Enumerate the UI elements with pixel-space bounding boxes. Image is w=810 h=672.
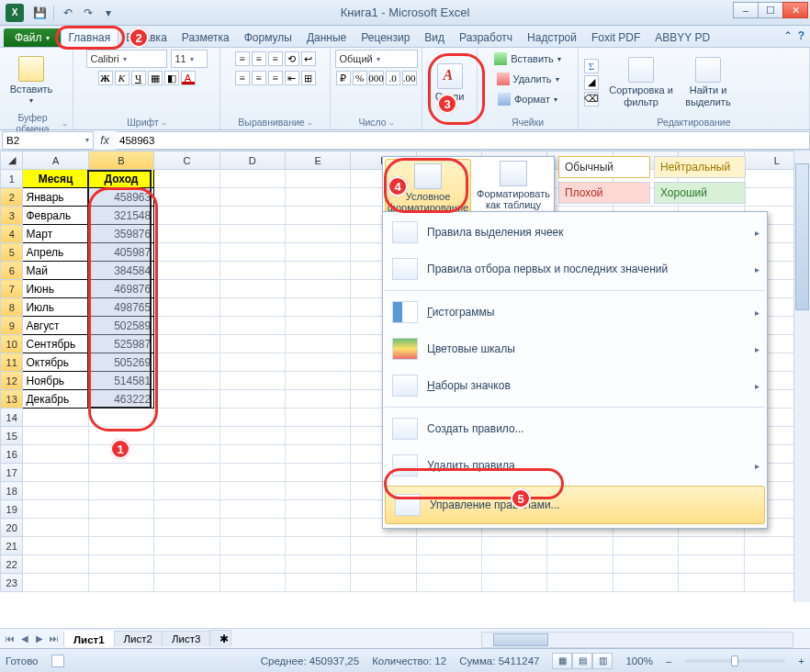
zoom-slider[interactable] xyxy=(684,659,785,663)
cf-highlight-rules[interactable]: Правила выделения ячеек xyxy=(383,214,767,251)
sort-filter-button[interactable]: Сортировка и фильтр xyxy=(608,52,674,113)
tab-addins[interactable]: Надстрой xyxy=(520,28,584,47)
currency-icon[interactable]: ₽ xyxy=(336,71,351,85)
tab-formulas[interactable]: Формулы xyxy=(237,28,299,47)
zoom-in-button[interactable]: + xyxy=(798,655,804,666)
cell-income[interactable]: 384584 xyxy=(88,262,153,280)
view-pagebreak-icon[interactable]: ▥ xyxy=(592,653,613,669)
font-name-combo[interactable]: Calibri▾ xyxy=(86,50,167,68)
undo-icon[interactable]: ↶ xyxy=(60,5,76,21)
cell-month[interactable]: Январь xyxy=(23,188,88,207)
sheet-nav-arrows[interactable]: ⏮◀▶⏭ xyxy=(0,633,64,644)
maximize-button[interactable]: ☐ xyxy=(758,2,783,18)
fx-icon[interactable]: fx xyxy=(94,134,116,147)
horizontal-scrollbar[interactable] xyxy=(481,632,793,648)
redo-icon[interactable]: ↷ xyxy=(80,5,96,21)
tab-data[interactable]: Данные xyxy=(299,28,354,47)
cell-styles-gallery[interactable]: Обычный Плохой Нейтральный Хороший xyxy=(558,156,746,204)
sheet-tab-2[interactable]: Лист2 xyxy=(114,631,163,646)
clear-icon[interactable]: ⌫ xyxy=(584,92,599,106)
col-header[interactable]: D xyxy=(219,151,285,170)
inc-decimal-icon[interactable]: .0 xyxy=(386,71,400,85)
cf-data-bars[interactable]: Гистограммы xyxy=(383,294,767,330)
cell-income[interactable]: 405987 xyxy=(88,243,153,262)
col-header-b[interactable]: B xyxy=(88,151,153,170)
save-icon[interactable]: 💾 xyxy=(31,5,48,21)
tab-layout[interactable]: Разметка xyxy=(174,28,237,47)
cell-month[interactable]: Октябрь xyxy=(23,353,88,372)
cell-month[interactable]: Апрель xyxy=(23,243,88,262)
font-color-button[interactable]: A xyxy=(181,71,196,85)
cf-clear-rules[interactable]: Удалить правила xyxy=(383,447,767,484)
font-size-combo[interactable]: 11▾ xyxy=(171,50,208,68)
cf-icon-sets[interactable]: Наборы значков xyxy=(383,367,767,404)
header-month[interactable]: Месяц xyxy=(23,170,88,188)
zoom-out-button[interactable]: – xyxy=(666,655,671,666)
fill-color-button[interactable]: ◧ xyxy=(164,71,179,85)
cell-month[interactable]: Декабрь xyxy=(23,390,88,409)
cell-income[interactable]: 463222 xyxy=(88,390,153,409)
insert-cells-button[interactable]: Вставить ▾ xyxy=(494,50,561,68)
italic-button[interactable]: К xyxy=(115,71,129,85)
paste-button[interactable]: Вставить▾ xyxy=(6,50,57,110)
align-mid-icon[interactable]: ≡ xyxy=(252,51,266,66)
minimize-button[interactable]: – xyxy=(733,2,759,18)
tab-view[interactable]: Вид xyxy=(417,28,452,47)
help-icon[interactable]: ? xyxy=(798,29,804,42)
number-format-combo[interactable]: Общий▾ xyxy=(335,50,418,68)
close-button[interactable]: ✕ xyxy=(782,2,808,18)
ribbon-minimize-icon[interactable]: ⌃ xyxy=(783,29,793,42)
wrap-text-icon[interactable]: ↩ xyxy=(301,51,316,66)
view-buttons[interactable]: ▦▤▥ xyxy=(552,653,613,669)
cell-month[interactable]: Март xyxy=(23,225,88,243)
name-box[interactable]: B2▾ xyxy=(2,131,94,150)
view-layout-icon[interactable]: ▤ xyxy=(572,653,592,669)
cell-income[interactable]: 458963 xyxy=(88,188,153,207)
cell-income[interactable]: 514581 xyxy=(88,372,153,390)
align-right-icon[interactable]: ≡ xyxy=(268,71,283,85)
autosum-icon[interactable]: Σ xyxy=(584,59,599,73)
cf-manage-rules[interactable]: Управление правилами... xyxy=(385,486,765,524)
style-bad[interactable]: Плохой xyxy=(558,182,650,204)
merge-icon[interactable]: ⊞ xyxy=(301,71,316,85)
align-left-icon[interactable]: ≡ xyxy=(235,71,250,85)
sheet-tab-new[interactable]: ✱ xyxy=(209,630,231,647)
cell-month[interactable]: Июнь xyxy=(23,280,88,298)
indent-dec-icon[interactable]: ⇤ xyxy=(285,71,299,85)
align-top-icon[interactable]: ≡ xyxy=(235,51,250,66)
tab-abbyy[interactable]: ABBYY PD xyxy=(647,28,717,47)
cf-top-bottom-rules[interactable]: Правила отбора первых и последних значен… xyxy=(383,251,767,287)
style-neutral[interactable]: Нейтральный xyxy=(654,156,746,178)
col-header[interactable]: C xyxy=(154,151,219,170)
cell-month[interactable]: Ноябрь xyxy=(23,372,88,390)
view-normal-icon[interactable]: ▦ xyxy=(552,653,572,669)
cell-income[interactable]: 505269 xyxy=(88,353,153,372)
cell-income[interactable]: 525987 xyxy=(88,335,153,353)
cell-income[interactable]: 359876 xyxy=(88,225,153,243)
tab-foxit[interactable]: Foxit PDF xyxy=(584,28,647,47)
orientation-icon[interactable]: ⟲ xyxy=(285,51,299,66)
bold-button[interactable]: Ж xyxy=(98,71,113,85)
formula-input[interactable]: 458963 xyxy=(116,131,810,150)
cf-new-rule[interactable]: Создать правило... xyxy=(383,410,767,447)
table-row[interactable]: 21 xyxy=(1,537,810,555)
col-header-a[interactable]: A xyxy=(23,151,88,170)
cell-income[interactable]: 498765 xyxy=(88,298,153,317)
format-cells-button[interactable]: Формат ▾ xyxy=(498,90,557,108)
underline-button[interactable]: Ч xyxy=(131,71,146,85)
cell-income[interactable]: 502589 xyxy=(88,317,153,335)
vertical-scrollbar[interactable] xyxy=(793,151,810,602)
fill-icon[interactable]: ◢ xyxy=(584,75,599,90)
percent-icon[interactable]: % xyxy=(353,71,367,85)
sheet-tab-3[interactable]: Лист3 xyxy=(162,631,210,646)
cf-color-scales[interactable]: Цветовые шкалы xyxy=(383,330,767,367)
tab-home[interactable]: Главная xyxy=(61,28,119,48)
table-row[interactable]: 23 xyxy=(1,574,810,592)
cell-month[interactable]: Февраль xyxy=(23,207,88,225)
cell-income[interactable]: 469876 xyxy=(88,280,153,298)
cell-month[interactable]: Июль xyxy=(23,298,88,317)
align-center-icon[interactable]: ≡ xyxy=(252,71,266,85)
macro-record-icon[interactable] xyxy=(51,655,64,667)
cell-month[interactable]: Май xyxy=(23,262,88,280)
tab-review[interactable]: Рецензир xyxy=(354,28,417,47)
